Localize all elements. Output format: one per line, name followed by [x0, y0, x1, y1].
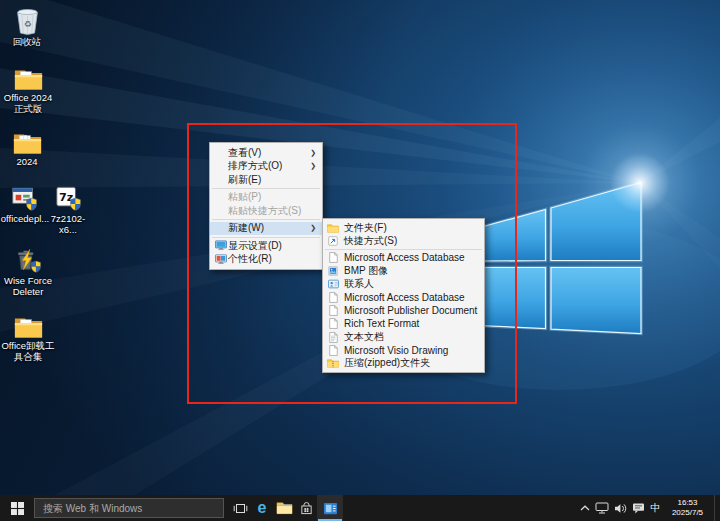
desktop-context-menu: 查看(V) ❯ 排序方式(O) ❯ 刷新(E) 粘贴(P) 粘贴快捷方式(S) … [209, 142, 323, 270]
recycle-bin-icon: ♻ [16, 6, 39, 35]
trash-app-icon [14, 245, 42, 274]
volume-button[interactable] [611, 495, 629, 521]
document-icon [327, 292, 339, 304]
edge-browser-button[interactable]: e [251, 495, 273, 521]
store-icon [300, 502, 313, 515]
svg-text:♻: ♻ [23, 19, 31, 29]
shortcut-icon [327, 235, 339, 247]
notification-button[interactable] [629, 495, 647, 521]
installer-app-icon [11, 183, 39, 212]
desktop-icon-wise-force-deleter[interactable]: Wise Force Deleter [0, 245, 56, 298]
submenu-item-access-database-2[interactable]: Microsoft Access Database [323, 291, 484, 304]
menu-item-paste-shortcut[interactable]: 粘贴快捷方式(S) [210, 204, 322, 218]
submenu-item-visio-drawing[interactable]: Microsoft Visio Drawing [323, 344, 484, 357]
folder-icon [14, 62, 43, 91]
submenu-arrow-icon: ❯ [306, 224, 316, 232]
message-bubble-icon [632, 502, 645, 514]
submenu-item-contact[interactable]: 联系人 [323, 278, 484, 291]
clock-date: 2025/7/5 [672, 508, 703, 518]
display-settings-icon [215, 240, 228, 252]
submenu-item-folder[interactable]: 文件夹(F) [323, 221, 484, 234]
desktop-icon-office-uninstall-folder[interactable]: Office卸载工具合集 [0, 310, 56, 363]
menu-item-sort-by[interactable]: 排序方式(O) ❯ [210, 160, 322, 174]
taskbar: e [0, 495, 720, 521]
submenu-item-text-document[interactable]: 文本文档 [323, 331, 484, 344]
menu-separator [325, 249, 482, 250]
show-desktop-button[interactable] [714, 495, 720, 521]
start-button[interactable] [0, 495, 34, 521]
desktop-icon-2024-folder[interactable]: 2024 [3, 126, 51, 168]
menu-item-personalize[interactable]: 个性化(R) [210, 253, 322, 267]
document-icon [327, 252, 339, 264]
desktop-icon-officedeployment[interactable]: officedepl... [1, 183, 49, 225]
document-icon [327, 305, 339, 317]
clock-time: 16:53 [677, 498, 697, 508]
network-button[interactable] [593, 495, 611, 521]
search-input[interactable] [35, 503, 223, 514]
contact-icon [327, 278, 339, 290]
taskbar-clock[interactable]: 16:53 2025/7/5 [664, 495, 711, 521]
menu-separator [212, 237, 320, 238]
folder-icon [13, 126, 42, 155]
text-document-icon [327, 331, 339, 343]
menu-item-new[interactable]: 新建(W) ❯ [210, 222, 322, 236]
submenu-arrow-icon: ❯ [306, 162, 316, 170]
windows-desktop-screen: ♻ 回收站 Office 2024 正式版 2024 officedepl.. [0, 0, 720, 521]
windows-logo-icon [11, 502, 24, 515]
submenu-item-access-database[interactable]: Microsoft Access Database [323, 251, 484, 264]
new-submenu: 文件夹(F) 快捷方式(S) Microsoft Access Database… [322, 218, 485, 373]
submenu-item-publisher-document[interactable]: Microsoft Publisher Document [323, 304, 484, 317]
folder-icon [14, 310, 43, 339]
submenu-item-bmp-image[interactable]: BMP 图像 [323, 265, 484, 278]
document-icon [327, 318, 339, 330]
desktop-icon-recycle-bin[interactable]: ♻ 回收站 [3, 6, 51, 48]
menu-item-display-settings[interactable]: 显示设置(D) [210, 239, 322, 253]
menu-item-paste[interactable]: 粘贴(P) [210, 191, 322, 205]
desktop-icon-office-2024-folder[interactable]: Office 2024 正式版 [0, 62, 56, 115]
file-explorer-icon [276, 501, 293, 515]
7zip-installer-icon: 7z [54, 183, 82, 212]
menu-item-refresh[interactable]: 刷新(E) [210, 173, 322, 187]
submenu-item-shortcut[interactable]: 快捷方式(S) [323, 234, 484, 247]
submenu-item-zipped-folder[interactable]: 压缩(zipped)文件夹 [323, 357, 484, 370]
active-app-button[interactable] [317, 495, 343, 521]
menu-separator [212, 188, 320, 189]
edge-icon: e [258, 500, 267, 516]
image-icon [327, 265, 339, 277]
zip-folder-icon [327, 357, 339, 369]
file-explorer-button[interactable] [273, 495, 295, 521]
folder-icon [327, 222, 339, 234]
submenu-arrow-icon: ❯ [306, 149, 316, 157]
personalize-icon [215, 253, 228, 265]
desktop-icon-7zip-installer[interactable]: 7z 7z2102-x6... [45, 183, 91, 236]
document-icon [327, 344, 339, 356]
system-tray: 中 16:53 2025/7/5 [577, 495, 720, 521]
ime-indicator[interactable]: 中 [647, 495, 664, 521]
network-icon [595, 502, 609, 514]
hidden-icons-button[interactable] [577, 495, 593, 521]
chevron-up-icon [580, 505, 590, 511]
submenu-item-rich-text-format[interactable]: Rich Text Format [323, 317, 484, 330]
active-app-icon [323, 501, 338, 516]
store-button[interactable] [295, 495, 317, 521]
speaker-icon [614, 503, 627, 514]
task-view-icon [233, 502, 248, 515]
taskbar-search-box [34, 498, 224, 518]
menu-separator [212, 219, 320, 220]
task-view-button[interactable] [229, 495, 251, 521]
menu-item-view[interactable]: 查看(V) ❯ [210, 146, 322, 160]
